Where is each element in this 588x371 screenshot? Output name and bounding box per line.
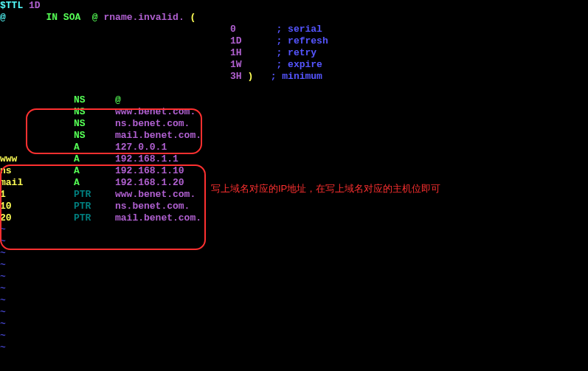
record-value: mail.benet.com.	[115, 130, 201, 141]
ttl-val: 1D	[29, 0, 41, 11]
record-label: 1	[0, 189, 37, 201]
soa-at2: @	[92, 12, 98, 23]
record-row: A127.0.0.1	[0, 142, 588, 153]
soa-comment: ; refresh	[276, 35, 328, 46]
ttl-key: $TTL	[0, 0, 23, 11]
record-label: 10	[0, 201, 37, 212]
soa-comment: ; expire	[276, 59, 322, 70]
tilde-block: ~~~~~~~~~~~	[0, 224, 588, 354]
soa-param: 1W ; expire	[0, 59, 588, 71]
record-row: NSmail.benet.com.	[0, 130, 588, 142]
tilde-line: ~	[0, 330, 588, 342]
soa-comment: ; minimum	[271, 71, 322, 82]
soa-in: IN	[46, 12, 58, 23]
record-type: NS	[74, 118, 115, 130]
soa-admin: rname.invalid.	[103, 12, 184, 23]
record-value: 127.0.0.1	[115, 142, 167, 153]
tilde-line: ~	[0, 224, 588, 236]
record-type: A	[74, 153, 115, 165]
record-row: NS@	[0, 94, 588, 106]
record-value: 192.168.1.1	[115, 153, 179, 164]
record-row: wwwA192.168.1.1	[0, 153, 588, 165]
soa-at1: @	[0, 12, 6, 23]
annotation-text: 写上域名对应的IP地址，在写上域名对应的主机位即可	[211, 183, 440, 195]
tilde-line: ~	[0, 319, 588, 330]
soa-param: 1H ; retry	[0, 47, 588, 59]
record-label: 20	[0, 212, 37, 224]
soa-val: 1W	[230, 59, 242, 70]
record-value: @	[115, 94, 121, 105]
soa-param: 3H ) ; minimum	[0, 71, 588, 83]
tilde-line: ~	[0, 271, 588, 283]
soa-comment: ; retry	[276, 47, 317, 58]
soa-rparen: )	[247, 71, 253, 82]
record-row: NSns.benet.com.	[0, 118, 588, 130]
tilde-line: ~	[0, 283, 588, 295]
records-block: NS@NSwww.benet.com.NSns.benet.com.NSmail…	[0, 94, 588, 224]
soa-val: 1H	[230, 47, 242, 58]
blank-line	[0, 83, 588, 94]
ttl-line: $TTL 1D	[0, 0, 588, 12]
record-label: www	[0, 153, 37, 165]
soa-comment: ; serial	[276, 24, 322, 35]
soa-param: 1D ; refresh	[0, 35, 588, 47]
record-row: 10PTRns.benet.com.	[0, 201, 588, 212]
record-type: NS	[74, 130, 115, 142]
soa-val: 1D	[230, 35, 242, 46]
record-type: PTR	[74, 189, 115, 201]
record-value: 192.168.1.10	[115, 165, 184, 176]
record-value: www.benet.com.	[115, 189, 196, 200]
record-value: 192.168.1.20	[115, 177, 184, 188]
record-type: NS	[74, 94, 115, 106]
record-type: A	[74, 177, 115, 189]
soa-val: 3H	[230, 71, 242, 82]
tilde-line: ~	[0, 342, 588, 354]
record-value: mail.benet.com.	[115, 212, 201, 223]
record-type: A	[74, 142, 115, 153]
record-type: NS	[74, 106, 115, 118]
tilde-line: ~	[0, 295, 588, 307]
record-type: A	[74, 165, 115, 177]
record-value: www.benet.com.	[115, 106, 196, 117]
record-label: mail	[0, 177, 37, 189]
record-row: nsA192.168.1.10	[0, 165, 588, 177]
soa-line: @ IN SOA @ rname.invalid. (	[0, 12, 588, 24]
soa-param: 0 ; serial	[0, 24, 588, 35]
tilde-line: ~	[0, 307, 588, 319]
record-type: PTR	[74, 201, 115, 212]
soa-lparen: (	[190, 12, 196, 23]
soa-type: SOA	[63, 12, 80, 23]
record-type: PTR	[74, 212, 115, 224]
record-row: 20PTRmail.benet.com.	[0, 212, 588, 224]
record-value: ns.benet.com.	[115, 118, 190, 129]
record-value: ns.benet.com.	[115, 201, 190, 212]
tilde-line: ~	[0, 248, 588, 260]
soa-val: 0	[230, 24, 236, 35]
tilde-line: ~	[0, 236, 588, 248]
record-row: NSwww.benet.com.	[0, 106, 588, 118]
tilde-line: ~	[0, 260, 588, 271]
record-label: ns	[0, 165, 37, 177]
